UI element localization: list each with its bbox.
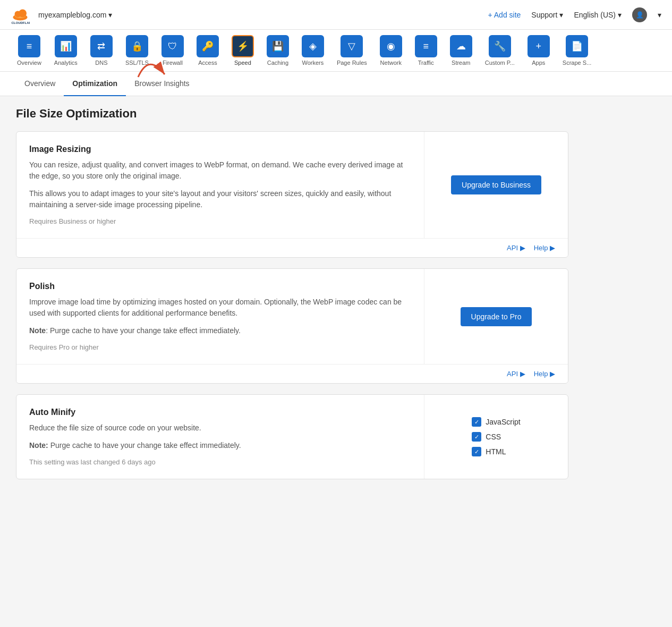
- polish-card: Polish Improve image load time by optimi…: [16, 268, 568, 384]
- upgrade-to-business-button[interactable]: Upgrade to Business: [451, 175, 541, 194]
- auto-minify-title: Auto Minify: [29, 408, 411, 417]
- checkbox-list: ✓ JavaScript ✓ CSS ✓ HTML: [472, 417, 520, 456]
- access-icon: 🔑: [197, 35, 219, 57]
- add-site-button[interactable]: + Add site: [488, 11, 521, 19]
- caching-icon: 💾: [267, 35, 289, 57]
- image-resizing-content: Image Resizing You can resize, adjust qu…: [16, 132, 424, 238]
- workers-icon: ◈: [302, 35, 324, 57]
- nav-item-scrape-s[interactable]: 📄 Scrape S...: [556, 30, 598, 71]
- nav-item-workers[interactable]: ◈ Workers: [295, 30, 330, 71]
- chevron-down-icon: ▾: [658, 11, 661, 19]
- polish-note1: Note: Purge cache to have your change ta…: [29, 325, 411, 336]
- tab-optimization[interactable]: Optimization: [64, 72, 126, 96]
- auto-minify-note2: This setting was last changed 6 days ago: [29, 458, 156, 466]
- apps-icon: +: [528, 35, 550, 57]
- nav-item-speed[interactable]: ⚡ Speed: [225, 30, 260, 71]
- chevron-down-icon: ▾: [559, 11, 563, 19]
- auto-minify-note1: Note: Purge cache to have your change ta…: [29, 440, 411, 451]
- polish-title: Polish: [29, 282, 411, 291]
- analytics-icon: 📊: [55, 35, 77, 57]
- polish-action: Upgrade to Pro: [424, 269, 568, 364]
- nav-item-stream[interactable]: ☁ Stream: [444, 30, 479, 71]
- custom-icon: 🔧: [489, 35, 511, 57]
- speed-icon: ⚡: [232, 35, 254, 57]
- upgrade-to-pro-button[interactable]: Upgrade to Pro: [461, 307, 532, 326]
- icon-navigation: ≡ Overview 📊 Analytics ⇄ DNS 🔒 SSL/TLS 🛡…: [0, 30, 672, 72]
- polish-footer: API ▶ Help ▶: [16, 364, 568, 383]
- polish-desc1: Improve image load time by optimizing im…: [29, 296, 411, 319]
- nav-item-traffic[interactable]: ≡ Traffic: [409, 30, 444, 71]
- image-resizing-action: Upgrade to Business: [424, 132, 568, 238]
- nav-item-ssl-tls[interactable]: 🔒 SSL/TLS: [119, 30, 155, 71]
- image-resizing-desc2: This allows you to adapt images to your …: [29, 188, 411, 210]
- site-name: myexampleblog.com: [38, 11, 106, 19]
- dns-icon: ⇄: [90, 35, 113, 57]
- html-checkbox[interactable]: ✓: [472, 447, 481, 456]
- javascript-checkbox-item: ✓ JavaScript: [472, 417, 520, 427]
- nav-item-firewall[interactable]: 🛡 Firewall: [155, 30, 190, 71]
- svg-point-3: [19, 9, 27, 17]
- chevron-down-icon: ▾: [108, 11, 112, 19]
- polish-help-link[interactable]: Help ▶: [534, 370, 555, 378]
- page-rules-icon: ▽: [341, 35, 363, 57]
- page-content: File Size Optimization Image Resizing Yo…: [0, 96, 584, 501]
- image-resizing-desc1: You can resize, adjust quality, and conv…: [29, 159, 411, 182]
- language-selector[interactable]: English (US) ▾: [574, 11, 622, 19]
- page-title: File Size Optimization: [16, 107, 568, 121]
- support-button[interactable]: Support ▾: [531, 11, 563, 19]
- nav-item-dns[interactable]: ⇄ DNS: [84, 30, 119, 71]
- auto-minify-content: Auto Minify Reduce the file size of sour…: [16, 395, 424, 479]
- network-icon: ◉: [380, 35, 402, 57]
- html-checkbox-item: ✓ HTML: [472, 447, 520, 456]
- chevron-down-icon: ▾: [618, 11, 622, 19]
- tab-overview[interactable]: Overview: [16, 72, 64, 96]
- scrape-icon: 📄: [566, 35, 588, 57]
- polish-note2: Requires Pro or higher: [29, 343, 99, 351]
- css-label: CSS: [486, 433, 501, 441]
- image-resizing-note: Requires Business or higher: [29, 217, 116, 225]
- image-resizing-help-link[interactable]: Help ▶: [534, 244, 555, 252]
- image-resizing-title: Image Resizing: [29, 145, 411, 154]
- user-icon: 👤: [636, 11, 644, 19]
- nav-item-access[interactable]: 🔑 Access: [190, 30, 225, 71]
- nav-item-analytics[interactable]: 📊 Analytics: [48, 30, 84, 71]
- polish-content: Polish Improve image load time by optimi…: [16, 269, 424, 364]
- nav-item-network[interactable]: ◉ Network: [373, 30, 409, 71]
- site-selector[interactable]: myexampleblog.com ▾: [38, 11, 112, 19]
- nav-item-page-rules[interactable]: ▽ Page Rules: [330, 30, 373, 71]
- css-checkbox-item: ✓ CSS: [472, 432, 520, 442]
- auto-minify-card: Auto Minify Reduce the file size of sour…: [16, 394, 568, 479]
- top-navigation: CLOUDFLARE myexampleblog.com ▾ + Add sit…: [0, 0, 672, 30]
- javascript-label: JavaScript: [486, 418, 520, 426]
- polish-api-link[interactable]: API ▶: [507, 370, 525, 378]
- sub-tabs: Overview Optimization Browser Insights: [0, 72, 672, 96]
- nav-item-overview[interactable]: ≡ Overview: [11, 30, 48, 71]
- cloudflare-logo: CLOUDFLARE: [11, 5, 30, 24]
- nav-item-apps[interactable]: + Apps: [521, 30, 556, 71]
- nav-item-custom-p[interactable]: 🔧 Custom P...: [479, 30, 521, 71]
- auto-minify-checkboxes: ✓ JavaScript ✓ CSS ✓ HTML: [424, 395, 568, 479]
- firewall-icon: 🛡: [161, 35, 184, 57]
- svg-text:CLOUDFLARE: CLOUDFLARE: [12, 21, 30, 24]
- javascript-checkbox[interactable]: ✓: [472, 417, 481, 427]
- image-resizing-footer: API ▶ Help ▶: [16, 238, 568, 257]
- ssl-icon: 🔒: [126, 35, 148, 57]
- user-menu[interactable]: 👤: [632, 7, 647, 22]
- nav-item-caching[interactable]: 💾 Caching: [260, 30, 295, 71]
- html-label: HTML: [486, 447, 506, 456]
- traffic-icon: ≡: [415, 35, 437, 57]
- tab-browser-insights[interactable]: Browser Insights: [126, 72, 198, 96]
- overview-icon: ≡: [18, 35, 40, 57]
- css-checkbox[interactable]: ✓: [472, 432, 481, 442]
- image-resizing-card: Image Resizing You can resize, adjust qu…: [16, 131, 568, 258]
- image-resizing-api-link[interactable]: API ▶: [507, 244, 525, 252]
- auto-minify-desc1: Reduce the file size of source code on y…: [29, 422, 411, 434]
- stream-icon: ☁: [450, 35, 472, 57]
